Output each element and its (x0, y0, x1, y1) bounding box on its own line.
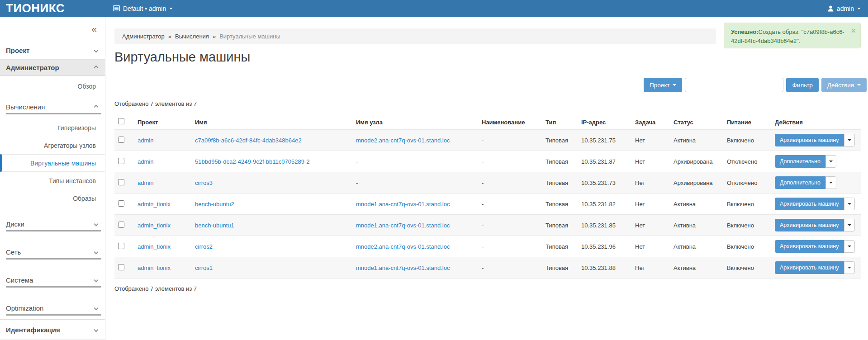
sidebar-item-label: Проект (6, 47, 29, 54)
project-link[interactable]: admin (138, 158, 153, 165)
host-cell: - (356, 179, 358, 186)
sidebar-item-overview[interactable]: Обзор (0, 76, 105, 97)
context-switcher[interactable]: Default • admin (113, 5, 173, 12)
breadcrumb-compute[interactable]: Вычисления (175, 33, 209, 40)
vm-name-link[interactable]: bench-ubuntu2 (195, 201, 234, 208)
vm-name-link[interactable]: bench-ubuntu1 (195, 222, 234, 229)
filter-button-label: Фильтр (792, 82, 812, 89)
row-checkbox[interactable] (118, 137, 124, 143)
project-link[interactable]: admin (138, 179, 153, 186)
sidebar-item-hypervisors[interactable]: Гипервизоры (0, 119, 105, 137)
status-cell: Активна (674, 222, 696, 229)
sidebar-section-optimization-header[interactable]: Optimization (6, 302, 98, 314)
sidebar-item-images[interactable]: Образы (0, 189, 105, 207)
ip-cell: 10.35.231.87 (581, 158, 616, 165)
power-cell: Отключено (727, 158, 757, 165)
table-row: admin_tionix bench-ubuntu2 mnode1.ana-cn… (114, 194, 861, 215)
project-link[interactable]: admin_tionix (138, 243, 171, 250)
row-checkbox[interactable] (118, 243, 124, 249)
project-filter-button[interactable]: Проект (644, 78, 682, 92)
host-link[interactable]: mnode1.ana-cnt7q-ovs-01.stand.loc (356, 222, 450, 229)
project-link[interactable]: admin_tionix (138, 201, 171, 208)
actions-button[interactable]: Действия (821, 78, 867, 92)
row-action-button[interactable]: Архивировать машину (775, 198, 844, 210)
vm-name-link[interactable]: c7a09f8b-a6c6-42df-84fc-4dab348b64e2 (195, 137, 302, 144)
user-menu[interactable]: admin (828, 5, 861, 12)
sidebar-collapse-button[interactable]: « (0, 17, 105, 41)
row-action-button[interactable]: Архивировать машину (775, 240, 844, 253)
breadcrumb-admin[interactable]: Администратор (122, 33, 165, 40)
row-action-button[interactable]: Архивировать машину (775, 261, 844, 274)
row-checkbox[interactable] (118, 200, 124, 207)
vm-name-link[interactable]: 51bbd95b-dca2-4249-9c2f-bb11c0705289-2 (195, 158, 309, 165)
chevron-down-icon (829, 161, 833, 162)
chevron-down-icon (848, 267, 851, 269)
type-cell: Типовая (545, 158, 568, 165)
row-action-split-button: Дополнительно (775, 176, 836, 189)
sidebar-item-project[interactable]: Проект (0, 41, 105, 60)
vm-name-link[interactable]: cirros3 (195, 179, 213, 186)
status-cell: Архивирована (674, 179, 713, 186)
section-underline (6, 113, 101, 114)
sidebar-section-network-header[interactable]: Сеть (6, 246, 98, 258)
type-cell: Типовая (545, 243, 568, 250)
ip-cell: 10.35.231.82 (581, 201, 616, 208)
row-action-dropdown[interactable] (825, 155, 836, 168)
project-link[interactable]: admin_tionix (138, 222, 171, 229)
row-checkbox[interactable] (118, 222, 124, 228)
row-action-dropdown[interactable] (844, 134, 855, 146)
sidebar-item-admin[interactable]: Администратор (0, 60, 105, 76)
vm-table: Проект Имя Имя узла Наименование Тип IP-… (114, 118, 861, 279)
chevron-down-icon (848, 224, 851, 226)
vm-name-link[interactable]: cirros2 (195, 243, 213, 250)
row-action-button[interactable]: Дополнительно (775, 155, 825, 168)
project-link[interactable]: admin (138, 137, 153, 144)
task-cell: Нет (635, 222, 645, 229)
sidebar-item-virtual-machines[interactable]: Виртуальные машины (0, 154, 105, 172)
breadcrumb-separator: » (213, 33, 216, 40)
breadcrumb-current: Виртуальные машины (219, 33, 280, 40)
close-icon[interactable]: × (851, 25, 856, 37)
sidebar-section-system-header[interactable]: Система (6, 274, 98, 286)
row-action-split-button: Архивировать машину (775, 219, 855, 231)
type-cell: Типовая (545, 222, 568, 229)
sidebar-item-flavors[interactable]: Типы инстансов (0, 172, 105, 189)
host-link[interactable]: mnode1.ana-cnt7q-ovs-01.stand.loc (356, 201, 450, 208)
chevron-down-icon (94, 48, 99, 52)
row-action-dropdown[interactable] (844, 198, 855, 210)
row-checkbox[interactable] (118, 264, 124, 270)
sidebar: « Проект Администратор Обзор Вычисления … (0, 17, 105, 340)
row-action-button[interactable]: Дополнительно (775, 176, 825, 189)
row-action-dropdown[interactable] (844, 240, 855, 253)
sidebar-section-label: Сеть (6, 248, 21, 256)
section-underline (6, 286, 101, 288)
row-action-dropdown[interactable] (844, 219, 855, 231)
row-action-button[interactable]: Архивировать машину (775, 134, 844, 146)
row-action-button[interactable]: Архивировать машину (775, 219, 844, 231)
row-action-dropdown[interactable] (825, 176, 836, 189)
vm-name-link[interactable]: cirros1 (195, 264, 213, 271)
notification-title: Успешно: (731, 28, 759, 35)
row-action-split-button: Архивировать машину (775, 240, 855, 253)
sidebar-item-identity[interactable]: Идентификация (0, 319, 105, 340)
project-link[interactable]: admin_tionix (138, 264, 171, 271)
host-link[interactable]: mnode2.ana-cnt7q-ovs-01.stand.loc (356, 243, 450, 250)
type-cell: Типовая (545, 201, 568, 208)
chevron-down-icon (857, 8, 861, 9)
select-all-checkbox[interactable] (118, 118, 124, 124)
chevron-down-icon (673, 84, 676, 86)
sidebar-item-host-aggregates[interactable]: Агрегаторы узлов (0, 137, 105, 154)
table-row: admin cirros3 - - Типовая 10.35.231.73 Н… (114, 172, 861, 194)
filter-button[interactable]: Фильтр (786, 78, 818, 92)
host-link[interactable]: mnode2.ana-cnt7q-ovs-01.stand.loc (356, 137, 450, 144)
host-link[interactable]: mnode1.ana-cnt7q-ovs-01.stand.loc (356, 264, 450, 271)
sidebar-item-label: Агрегаторы узлов (44, 142, 96, 149)
search-input[interactable] (685, 78, 783, 92)
row-checkbox[interactable] (118, 158, 124, 164)
row-action-dropdown[interactable] (844, 261, 855, 274)
sidebar-section-volumes-header[interactable]: Диски (6, 217, 98, 230)
sidebar-section-compute-header[interactable]: Вычисления (6, 100, 98, 113)
alias-cell: - (482, 222, 484, 229)
row-checkbox[interactable] (118, 179, 124, 185)
column-header-task: Задача (631, 118, 670, 130)
